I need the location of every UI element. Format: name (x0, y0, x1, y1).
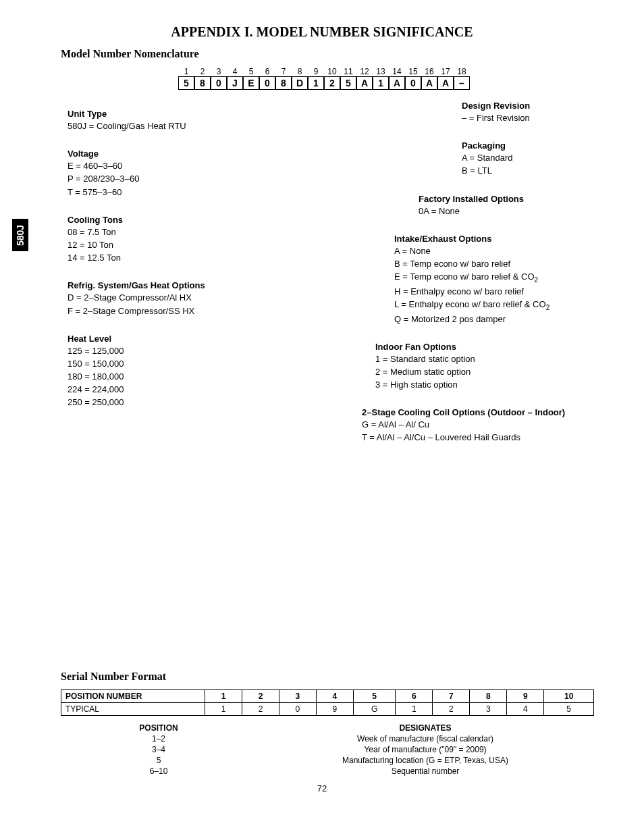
factory-item: 0A = None (419, 205, 617, 217)
indoor-fan-title: Indoor Fan Options (375, 342, 617, 352)
designates-head-l: POSITION (61, 723, 257, 733)
serial-cell: 3 (279, 690, 316, 703)
serial-cell: 1 (205, 703, 242, 716)
intake-item: L = Enthalpy econo w/ baro relief & CO2 (394, 298, 617, 313)
cooling-tons-item: 12 = 10 Ton (68, 239, 284, 251)
designates-desc: Manufacturing location (G = ETP, Texas, … (257, 755, 594, 766)
designates-block: POSITION DESIGNATES 1–2 Week of manufact… (61, 723, 594, 777)
serial-cell: 1 (396, 703, 433, 716)
refrig-item: D = 2–Stage Compressor/Al HX (68, 292, 284, 304)
model-char-row: 5 8 0 J E 0 8 D 1 2 5 A 1 A 0 A A – (178, 76, 617, 90)
appendix-title: APPENDIX I. MODEL NUMBER SIGNIFICANCE (27, 24, 617, 40)
section-serial-format: Serial Number Format (27, 671, 617, 683)
pos-num: 5 (243, 67, 259, 76)
page-number: 72 (27, 783, 617, 793)
voltage-item: T = 575–3–60 (68, 186, 284, 199)
pos-num: 8 (292, 67, 308, 76)
pos-num: 17 (437, 67, 454, 76)
packaging-title: Packaging (462, 140, 617, 151)
designates-pos: 1–2 (61, 733, 257, 744)
pos-num: 13 (373, 67, 389, 76)
heat-level-title: Heat Level (68, 334, 284, 344)
serial-row-label: POSITION NUMBER (61, 690, 205, 703)
pos-num: 7 (275, 67, 292, 76)
side-tab: 580J (12, 219, 28, 251)
refrig-item: F = 2–Stage Compressor/SS HX (68, 305, 284, 317)
serial-cell: 2 (242, 703, 279, 716)
factory-title: Factory Installed Options (419, 194, 617, 204)
char-cell: E (243, 76, 259, 90)
cooling-tons-item: 14 = 12.5 Ton (68, 252, 284, 264)
pos-num: 1 (178, 67, 194, 76)
char-cell: D (292, 76, 308, 90)
pos-num: 16 (421, 67, 437, 76)
serial-cell: 6 (396, 690, 433, 703)
heat-level-item: 125 = 125,000 (68, 345, 284, 357)
serial-cell: 7 (433, 690, 470, 703)
unit-type-title: Unit Type (68, 109, 284, 119)
pos-num: 6 (259, 67, 275, 76)
design-rev-item: – = First Revision (462, 112, 617, 124)
table-row: TYPICAL 1 2 0 9 G 1 2 3 4 5 (61, 703, 594, 716)
char-cell: A (437, 76, 454, 90)
designates-pos: 5 (61, 755, 257, 766)
serial-cell: 5 (353, 690, 395, 703)
serial-cell: 4 (507, 703, 544, 716)
serial-cell: 5 (544, 703, 594, 716)
pos-num: 9 (308, 67, 324, 76)
designates-desc: Year of manufacture ("09" = 2009) (257, 744, 594, 755)
heat-level-item: 224 = 224,000 (68, 384, 284, 396)
right-column: Design Revision – = First Revision Packa… (394, 101, 617, 445)
char-cell: 1 (373, 76, 389, 90)
designates-desc: Week of manufacture (fiscal calendar) (257, 733, 594, 744)
char-cell: 1 (308, 76, 324, 90)
serial-cell: 8 (470, 690, 507, 703)
designates-desc: Sequential number (257, 766, 594, 777)
pos-num: 15 (405, 67, 421, 76)
packaging-item: B = LTL (462, 165, 617, 177)
char-cell: 8 (194, 76, 211, 90)
pos-num: 14 (389, 67, 405, 76)
char-cell: A (356, 76, 373, 90)
table-row: POSITION NUMBER 1 2 3 4 5 6 7 8 9 10 (61, 690, 594, 703)
heat-level-item: 250 = 250,000 (68, 396, 284, 409)
intake-item: B = Temp econo w/ baro relief (394, 258, 617, 270)
pos-num: 2 (194, 67, 211, 76)
coil-options-item: T = Al/Al – Al/Cu – Louvered Hail Guards (362, 432, 617, 444)
char-cell: A (421, 76, 437, 90)
coil-options-item: G = Al/Al – Al/ Cu (362, 419, 617, 431)
pos-num: 4 (227, 67, 243, 76)
indoor-fan-item: 3 = High static option (375, 379, 617, 391)
designates-pos: 6–10 (61, 766, 257, 777)
voltage-item: E = 460–3–60 (68, 160, 284, 172)
serial-cell: 0 (279, 703, 316, 716)
serial-cell: 2 (433, 703, 470, 716)
indoor-fan-item: 1 = Standard static option (375, 353, 617, 365)
intake-item: E = Temp econo w/ baro relief & CO2 (394, 271, 617, 285)
designates-head-r: DESIGNATES (257, 723, 594, 733)
pos-num: 12 (356, 67, 373, 76)
serial-table: POSITION NUMBER 1 2 3 4 5 6 7 8 9 10 TYP… (61, 689, 594, 716)
heat-level-item: 150 = 150,000 (68, 358, 284, 370)
char-cell: 8 (275, 76, 292, 90)
serial-cell: 9 (316, 703, 353, 716)
char-cell: A (389, 76, 405, 90)
char-cell: 5 (340, 76, 356, 90)
serial-cell: G (353, 703, 395, 716)
unit-type-item: 580J = Cooling/Gas Heat RTU (68, 120, 284, 132)
char-cell: 2 (324, 76, 340, 90)
indoor-fan-item: 2 = Medium static option (375, 366, 617, 378)
pos-num: 11 (340, 67, 356, 76)
refrig-title: Refrig. System/Gas Heat Options (68, 280, 284, 290)
serial-cell: 2 (242, 690, 279, 703)
serial-cell: 9 (507, 690, 544, 703)
intake-item: Q = Motorized 2 pos damper (394, 313, 617, 325)
designates-pos: 3–4 (61, 744, 257, 755)
intake-title: Intake/Exhaust Options (394, 234, 617, 244)
voltage-item: P = 208/230–3–60 (68, 173, 284, 185)
section-model-nomenclature: Model Number Nomenclature (27, 48, 617, 60)
serial-cell: 3 (470, 703, 507, 716)
intake-item: A = None (394, 245, 617, 257)
char-cell: J (227, 76, 243, 90)
char-cell: 5 (178, 76, 194, 90)
